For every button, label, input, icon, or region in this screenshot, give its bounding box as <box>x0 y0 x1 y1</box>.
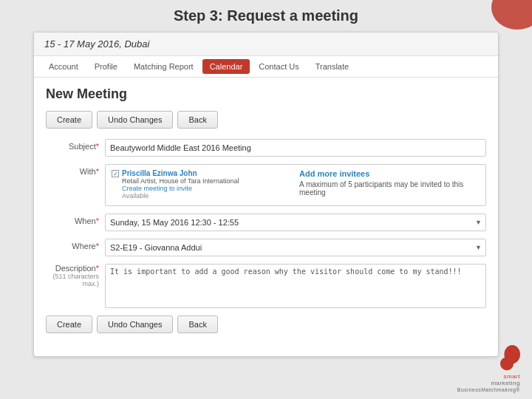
back-button-bottom[interactable]: Back <box>177 316 217 333</box>
back-button-top[interactable]: Back <box>177 111 217 129</box>
with-group: With ✓ Priscilla Ezinwa John Retail Arti… <box>46 164 486 206</box>
brand-marketing: marketing <box>491 380 520 386</box>
subject-input[interactable] <box>105 139 486 157</box>
invitee-info: Priscilla Ezinwa John Retail Artist, Hou… <box>122 169 239 200</box>
brand-text: smart marketing BusinessMatchmaking® <box>457 373 520 393</box>
brand-icon <box>494 345 520 372</box>
brand-smart: smart <box>504 373 521 380</box>
when-input[interactable] <box>105 214 486 231</box>
undo-button-bottom[interactable]: Undo Changes <box>97 316 173 333</box>
nav-contact-us[interactable]: Contact Us <box>251 59 306 74</box>
where-group: Where ▼ <box>46 239 486 256</box>
where-input[interactable] <box>105 239 486 256</box>
description-sublabel: (511 characters max.) <box>46 273 99 287</box>
invitee-status: Available <box>122 192 239 200</box>
nav-translate[interactable]: Translate <box>308 59 356 74</box>
section-title: New Meeting <box>46 86 486 102</box>
add-invitees-link[interactable]: Add more invitees <box>299 169 480 178</box>
invitee-row: ✓ Priscilla Ezinwa John Retail Artist, H… <box>112 169 292 200</box>
nav-profile[interactable]: Profile <box>87 59 125 74</box>
with-label: With <box>46 164 105 176</box>
nav-bar: Account Profile Matching Report Calendar… <box>34 56 498 78</box>
create-button-bottom[interactable]: Create <box>46 316 92 333</box>
invitee-role: Retail Artist, House of Tara Internation… <box>122 177 239 185</box>
max-invitees-note: A maximum of 5 participants may be invit… <box>299 180 480 197</box>
when-group: When ▼ <box>46 214 486 231</box>
brand-logo: smart marketing BusinessMatchmaking® <box>457 345 520 393</box>
content-area: New Meeting Create Undo Changes Back Sub… <box>34 78 498 352</box>
bottom-action-bar: Create Undo Changes Back <box>46 316 486 333</box>
svg-point-2 <box>500 357 514 370</box>
where-select-wrapper: ▼ <box>105 239 486 256</box>
subject-label: Subject <box>46 139 105 151</box>
subject-group: Subject <box>46 139 486 157</box>
top-action-bar: Create Undo Changes Back <box>46 111 486 129</box>
when-label: When <box>46 214 105 225</box>
invitee-checkbox[interactable]: ✓ <box>112 170 119 177</box>
when-select-wrapper: ▼ <box>105 214 486 231</box>
page-title: Step 3: Request a meeting <box>174 7 358 24</box>
event-header: 15 - 17 May 2016, Dubai <box>34 33 498 56</box>
description-group: Description (511 characters max.) It is … <box>46 264 486 308</box>
description-label: Description <box>46 264 99 273</box>
create-button-top[interactable]: Create <box>46 111 92 129</box>
where-label: Where <box>46 239 105 250</box>
description-label-block: Description (511 characters max.) <box>46 264 105 287</box>
browser-window: 15 - 17 May 2016, Dubai Account Profile … <box>33 32 499 357</box>
with-box: ✓ Priscilla Ezinwa John Retail Artist, H… <box>105 164 486 206</box>
page-wrapper: Step 3: Request a meeting 15 - 17 May 20… <box>0 0 532 399</box>
with-right: Add more invitees A maximum of 5 partici… <box>299 169 480 201</box>
description-textarea[interactable]: It is important to add a good reason why… <box>105 264 486 308</box>
invitee-name: Priscilla Ezinwa John <box>122 169 239 177</box>
nav-account[interactable]: Account <box>41 59 86 74</box>
brand-matchmaking: BusinessMatchmaking® <box>457 387 520 392</box>
undo-button-top[interactable]: Undo Changes <box>97 111 173 129</box>
nav-matching-report[interactable]: Matching Report <box>126 59 201 74</box>
nav-calendar[interactable]: Calendar <box>202 59 250 74</box>
invitee-action[interactable]: Create meeting to invite <box>122 185 239 192</box>
svg-point-0 <box>491 0 532 30</box>
with-left: ✓ Priscilla Ezinwa John Retail Artist, H… <box>112 169 292 201</box>
